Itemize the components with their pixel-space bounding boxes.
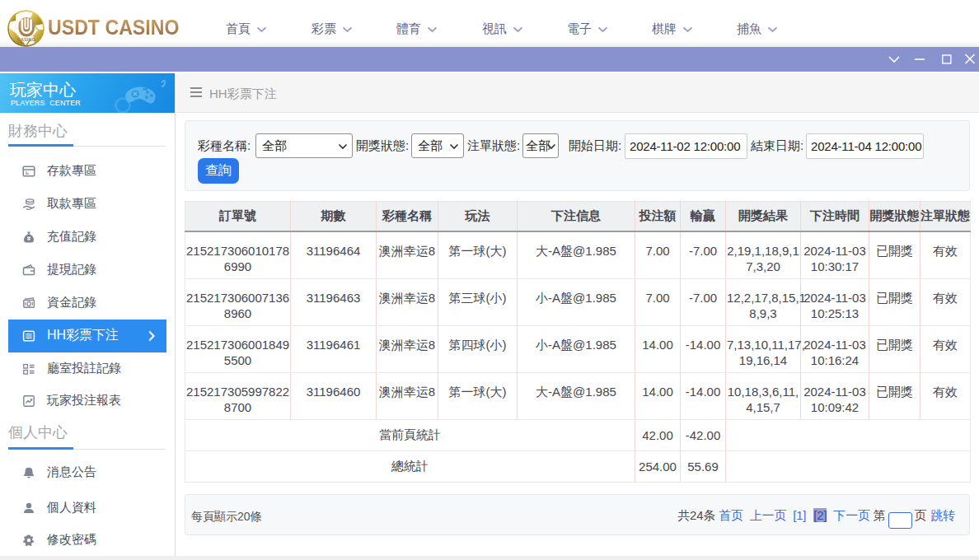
svg-text:CASINO: CASINO	[17, 37, 35, 42]
